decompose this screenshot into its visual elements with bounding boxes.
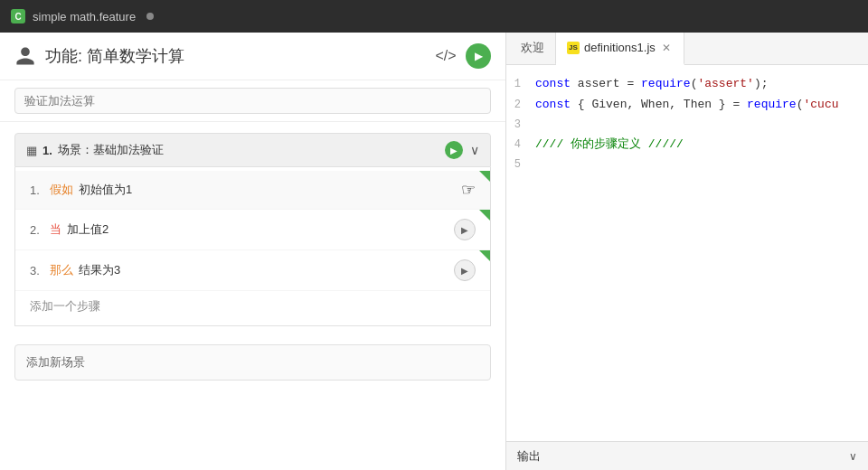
step-3-corner	[479, 250, 490, 261]
code-content-2: const { Given, When, Then } = require('c…	[535, 96, 839, 115]
app-icon: C	[11, 9, 25, 24]
tab-definitions-label: definitions1.js	[584, 41, 656, 54]
step-1-corner	[479, 171, 490, 182]
step-2-corner	[479, 210, 490, 221]
tab-close-button[interactable]: ✕	[660, 42, 673, 54]
feature-header-left: 功能: 简单数学计算	[14, 45, 184, 67]
right-panel: 欢迎 JS definitions1.js ✕ 1 const assert =…	[506, 33, 868, 470]
output-label: 输出	[517, 448, 541, 465]
search-input[interactable]	[14, 88, 491, 114]
step-3-text: 结果为3	[79, 262, 120, 278]
scenario-header-right: ▶ ∨	[445, 141, 479, 159]
code-line-3: 3	[506, 116, 868, 135]
file-title: simple math.feature	[33, 10, 136, 24]
step-2-action-button[interactable]: ▶	[454, 219, 476, 240]
code-line-2: 2 const { Given, When, Then } = require(…	[506, 95, 868, 116]
search-bar	[0, 80, 505, 122]
user-icon	[14, 45, 36, 67]
scenario-header-left: ▦ 1. 场景：基础加法验证	[26, 142, 164, 158]
step-1-keyword: 假如	[50, 182, 73, 198]
scenario-title: 场景：基础加法验证	[58, 142, 164, 158]
step-1-action-cursor[interactable]: ☞	[461, 181, 476, 199]
top-bar: C simple math.feature	[0, 0, 868, 33]
scenario-num: 1.	[42, 144, 52, 157]
step-3-num: 3.	[30, 264, 44, 277]
output-chevron-button[interactable]: ∨	[849, 450, 857, 463]
line-num-5: 5	[506, 156, 535, 174]
scenario-icon: ▦	[26, 144, 37, 157]
code-content-1: const assert = require('assert');	[535, 75, 769, 94]
feature-title: 功能: 简单数学计算	[45, 45, 184, 67]
step-1-text: 初始值为1	[79, 182, 132, 198]
main-layout: 功能: 简单数学计算 </> ▶ ▦ 1. 场景：基础加法验证	[0, 33, 868, 470]
js-icon: JS	[567, 42, 580, 54]
step-row: 1. 假如 初始值为1 ☞	[15, 171, 490, 210]
tab-welcome[interactable]: 欢迎	[510, 33, 556, 65]
code-line-5: 5	[506, 155, 868, 174]
step-1-left: 1. 假如 初始值为1	[30, 182, 132, 198]
step-1-num: 1.	[30, 183, 44, 197]
code-line-1: 1 const assert = require('assert');	[506, 74, 868, 95]
step-3-keyword: 那么	[50, 262, 73, 278]
steps-container: 1. 假如 初始值为1 ☞ 2. 当 加上值2	[14, 167, 491, 326]
output-bar: 输出 ∨	[506, 441, 868, 470]
line-num-3: 3	[506, 117, 535, 134]
line-num-2: 2	[506, 97, 535, 114]
tab-welcome-label: 欢迎	[521, 40, 544, 56]
code-line-4: 4 //// 你的步骤定义 /////	[506, 135, 868, 155]
tab-definitions[interactable]: JS definitions1.js ✕	[556, 33, 684, 65]
add-scenario-button[interactable]: 添加新场景	[14, 344, 491, 381]
step-3-action-button[interactable]: ▶	[454, 259, 476, 281]
scenario-section: ▦ 1. 场景：基础加法验证 ▶ ∨ 1. 假如 初始值为1	[14, 133, 491, 326]
code-toggle-button[interactable]: </>	[433, 43, 458, 69]
scenario-header: ▦ 1. 场景：基础加法验证 ▶ ∨	[14, 133, 491, 167]
line-num-4: 4	[506, 136, 535, 154]
scenario-collapse-button[interactable]: ∨	[470, 143, 479, 157]
code-content-4: //// 你的步骤定义 /////	[535, 136, 684, 155]
modified-dot	[146, 13, 154, 20]
step-2-text: 加上值2	[67, 221, 108, 238]
left-panel: 功能: 简单数学计算 </> ▶ ▦ 1. 场景：基础加法验证	[0, 33, 506, 470]
line-num-1: 1	[506, 76, 535, 93]
feature-header: 功能: 简单数学计算 </> ▶	[0, 33, 505, 80]
code-editor: 1 const assert = require('assert'); 2 co…	[506, 65, 868, 441]
step-2-keyword: 当	[50, 221, 61, 238]
step-row: 2. 当 加上值2 ▶	[15, 210, 490, 250]
step-2-left: 2. 当 加上值2	[30, 221, 108, 238]
tabs-bar: 欢迎 JS definitions1.js ✕	[506, 33, 868, 65]
step-2-num: 2.	[30, 223, 44, 237]
scenario-run-button[interactable]: ▶	[445, 141, 463, 159]
add-step-link[interactable]: 添加一个步骤	[15, 291, 490, 322]
step-row: 3. 那么 结果为3 ▶	[15, 250, 490, 291]
step-3-left: 3. 那么 结果为3	[30, 262, 120, 278]
run-feature-button[interactable]: ▶	[466, 43, 491, 69]
